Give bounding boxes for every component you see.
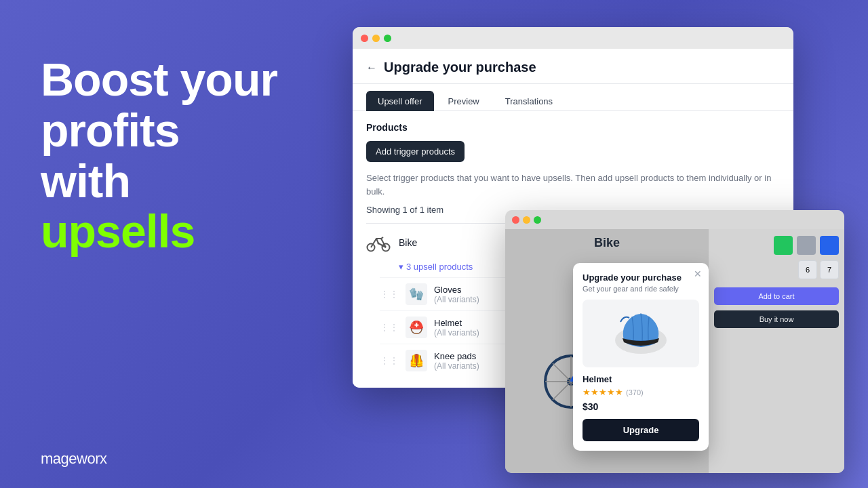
drag-handle[interactable]: ⋮⋮ bbox=[380, 289, 399, 300]
upsell-toggle-label: 3 upsell products bbox=[406, 262, 473, 272]
modal-product-image bbox=[583, 300, 699, 367]
chevron-down-icon: ▾ bbox=[399, 262, 403, 272]
modal-close-button[interactable]: ✕ bbox=[694, 268, 702, 279]
modal-product-name: Helmet bbox=[583, 374, 699, 384]
left-panel: Boost your profits with upsells bbox=[41, 54, 326, 257]
tab-preview[interactable]: Preview bbox=[437, 91, 491, 111]
color-swatches bbox=[714, 236, 839, 255]
preview-close-dot[interactable] bbox=[512, 216, 519, 224]
helmet-thumb: ⛑️ bbox=[406, 317, 427, 338]
knee-pads-thumb: 🦺 bbox=[406, 350, 427, 371]
gloves-icon: 🧤 bbox=[409, 287, 424, 302]
drag-handle[interactable]: ⋮⋮ bbox=[380, 355, 399, 366]
headline-green: upsells bbox=[41, 205, 195, 257]
headline: Boost your profits with upsells bbox=[41, 54, 326, 257]
upsell-modal: ✕ Upgrade your purchase Get your gear an… bbox=[573, 263, 709, 451]
size-6-button[interactable]: 6 bbox=[798, 260, 817, 279]
tabs: Upsell offer Preview Translations bbox=[353, 84, 793, 111]
modal-subtitle: Get your gear and ride safely bbox=[583, 285, 699, 293]
minimize-dot[interactable] bbox=[372, 35, 380, 42]
preview-maximize-dot[interactable] bbox=[534, 216, 541, 224]
size-options: 6 7 bbox=[714, 260, 839, 279]
browser-titlebar bbox=[353, 27, 793, 49]
swatch-gray[interactable] bbox=[797, 236, 816, 255]
app-header: ← Upgrade your purchase bbox=[353, 49, 793, 84]
size-7-button[interactable]: 7 bbox=[820, 260, 839, 279]
preview-right-panel: 6 7 Add to cart Buy it now bbox=[709, 229, 844, 473]
swatch-blue[interactable] bbox=[820, 236, 839, 255]
back-arrow[interactable]: ← bbox=[366, 62, 377, 74]
section-title: Products bbox=[366, 122, 780, 133]
svg-point-2 bbox=[378, 243, 380, 245]
star-rating: ★★★★★ bbox=[583, 387, 623, 397]
modal-title: Upgrade your purchase bbox=[583, 272, 699, 283]
tab-upsell-offer[interactable]: Upsell offer bbox=[366, 91, 434, 111]
helmet-icon: ⛑️ bbox=[409, 320, 424, 335]
maximize-dot[interactable] bbox=[384, 35, 391, 42]
upgrade-button[interactable]: Upgrade bbox=[583, 419, 699, 441]
swatch-green[interactable] bbox=[774, 236, 793, 255]
preview-browser-window: Bike bbox=[505, 210, 844, 473]
headline-line3: with bbox=[41, 155, 130, 207]
description-text: Select trigger products that you want to… bbox=[366, 171, 780, 198]
close-dot[interactable] bbox=[361, 35, 368, 42]
bike-icon bbox=[366, 230, 391, 255]
gloves-thumb: 🧤 bbox=[406, 283, 427, 305]
review-count: (370) bbox=[626, 388, 644, 396]
add-to-cart-button[interactable]: Add to cart bbox=[714, 287, 839, 305]
preview-content: Bike bbox=[505, 229, 844, 473]
logo: mageworx bbox=[41, 450, 106, 468]
modal-price: $30 bbox=[583, 401, 699, 412]
headline-line1: Boost your bbox=[41, 54, 277, 105]
drag-handle[interactable]: ⋮⋮ bbox=[380, 322, 399, 333]
bike-label: Bike bbox=[594, 236, 620, 250]
preview-titlebar bbox=[505, 210, 844, 229]
logo-text: mageworx bbox=[41, 450, 106, 467]
knee-pads-icon: 🦺 bbox=[409, 353, 424, 368]
buy-it-now-button[interactable]: Buy it now bbox=[714, 310, 839, 328]
headline-line2: profits bbox=[41, 104, 180, 156]
tab-translations[interactable]: Translations bbox=[494, 91, 564, 111]
app-title: Upgrade your purchase bbox=[384, 60, 536, 75]
add-trigger-button[interactable]: Add trigger products bbox=[366, 141, 465, 162]
preview-minimize-dot[interactable] bbox=[523, 216, 530, 224]
